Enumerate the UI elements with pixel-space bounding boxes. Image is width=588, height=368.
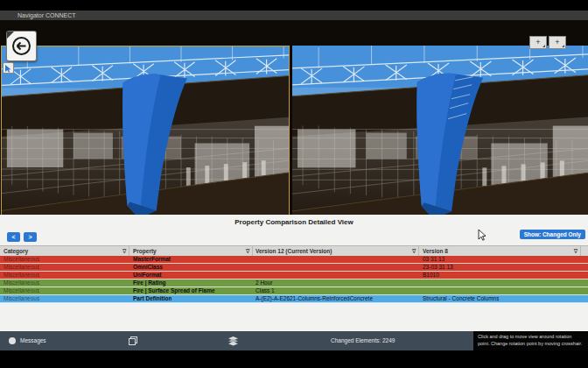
cell-category: Miscellaneous — [4, 264, 39, 271]
back-button[interactable] — [7, 32, 36, 60]
show-changed-only-button[interactable]: Show: Changed Only — [520, 230, 585, 239]
cell-property: UniFormat — [133, 272, 162, 279]
app-title: Navigator CONNECT — [18, 11, 76, 20]
3d-scene-right — [292, 46, 588, 234]
cell-version8: Structural - Concrete Columns — [423, 295, 499, 302]
previous-element-button[interactable]: < — [7, 232, 20, 242]
cell-category: Miscellaneous — [4, 280, 39, 287]
status-bar: Messages Changed Elements: 2249 Click an… — [0, 331, 588, 350]
comparison-table-body: Miscellaneous MasterFormat 03 31 13 Misc… — [0, 256, 588, 303]
messages-label[interactable]: Messages — [20, 331, 46, 350]
layers-icon[interactable] — [228, 336, 239, 346]
filter-icon[interactable]: ∇ — [412, 246, 419, 256]
table-row[interactable]: Miscellaneous Fire | Rating 2 Hour — [0, 280, 588, 287]
cell-property: OmniClass — [133, 264, 163, 271]
pan-tool-button[interactable]: + — [549, 36, 566, 49]
table-row[interactable]: Miscellaneous Part Definition A-(E2)-A-E… — [0, 295, 588, 303]
filter-icon[interactable]: ∇ — [246, 246, 253, 256]
messages-icon[interactable] — [9, 337, 16, 344]
table-row[interactable]: Miscellaneous OmniClass 23-03 31 13 — [0, 264, 588, 272]
plus-icon: + — [536, 38, 540, 46]
tool-hint-text: Click and drag to move view around rotat… — [473, 331, 588, 350]
cell-category: Miscellaneous — [4, 295, 39, 302]
column-version8: Version 8 — [423, 246, 448, 256]
viewport-left[interactable] — [1, 46, 290, 234]
cell-version12: 2 Hour — [256, 280, 273, 287]
app-window: Navigator CONNECT — [0, 0, 588, 368]
changed-elements-count: Changed Elements: 2249 — [331, 331, 395, 350]
title-bar: Navigator CONNECT — [0, 11, 588, 20]
cell-property: Fire | Rating — [133, 280, 166, 287]
plus-icon: + — [555, 38, 559, 46]
table-row[interactable]: Miscellaneous MasterFormat 03 31 13 — [0, 256, 588, 264]
panel-title: Property Comparison Detailed View — [0, 218, 588, 226]
cell-property: MasterFormat — [133, 256, 171, 263]
zoom-tool-button[interactable]: + — [529, 36, 547, 49]
cell-version8: 03 31 13 — [423, 256, 444, 263]
property-comparison-panel: Property Comparison Detailed View < > Sh… — [0, 215, 588, 331]
select-tool-button[interactable] — [3, 62, 14, 74]
viewport-area — [0, 20, 588, 215]
cell-version12: A-(E2)-A-E2621-Columns-ReinforcedConcret… — [256, 295, 373, 302]
cell-category: Miscellaneous — [4, 272, 39, 279]
mouse-cursor — [478, 230, 486, 241]
column-category: Category — [4, 246, 28, 256]
filter-icon[interactable]: ∇ — [122, 246, 130, 256]
cursor-tool-icon — [5, 65, 12, 73]
views-icon[interactable] — [128, 336, 138, 346]
cell-version12: Class 1 — [256, 287, 275, 294]
column-property: Property — [133, 246, 157, 256]
back-arrow-icon — [11, 36, 32, 56]
table-row[interactable]: Miscellaneous UniFormat B1010 — [0, 272, 588, 280]
filter-icon[interactable]: ∇ — [574, 246, 581, 256]
table-row[interactable]: Miscellaneous Fire | Surface Spread of F… — [0, 287, 588, 295]
cell-version8: 23-03 31 13 — [423, 264, 453, 271]
cell-property: Fire | Surface Spread of Flame — [133, 287, 215, 294]
cell-category: Miscellaneous — [4, 256, 39, 263]
3d-scene-left — [2, 46, 289, 233]
next-element-button[interactable]: > — [24, 232, 37, 242]
cell-version8: B1010 — [423, 272, 439, 279]
viewport-toolbar: + + — [529, 36, 566, 49]
viewport-right[interactable] — [292, 46, 588, 234]
cell-property: Part Definition — [133, 295, 172, 302]
cell-category: Miscellaneous — [4, 287, 39, 294]
column-version12: Version 12 (Current Version) — [256, 246, 332, 256]
